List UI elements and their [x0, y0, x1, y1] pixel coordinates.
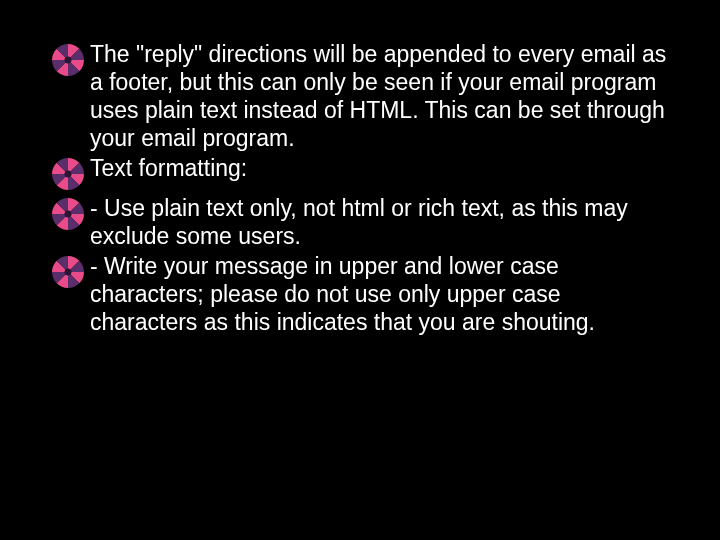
list-item: Text formatting: — [50, 154, 670, 192]
spiral-bullet-icon — [50, 42, 86, 78]
bullet-text: Text formatting: — [90, 154, 670, 182]
svg-point-0 — [65, 57, 72, 64]
spiral-bullet-icon — [50, 156, 86, 192]
list-item: - Write your message in upper and lower … — [50, 252, 670, 336]
bullet-text: The "reply" directions will be appended … — [90, 40, 670, 152]
spiral-bullet-icon — [50, 254, 86, 290]
slide-content: The "reply" directions will be appended … — [50, 40, 670, 338]
bullet-text: - Use plain text only, not html or rich … — [90, 194, 670, 250]
list-item: The "reply" directions will be appended … — [50, 40, 670, 152]
svg-point-1 — [65, 171, 72, 178]
bullet-text: - Write your message in upper and lower … — [90, 252, 670, 336]
list-item: - Use plain text only, not html or rich … — [50, 194, 670, 250]
svg-point-3 — [65, 269, 72, 276]
svg-point-2 — [65, 211, 72, 218]
spiral-bullet-icon — [50, 196, 86, 232]
